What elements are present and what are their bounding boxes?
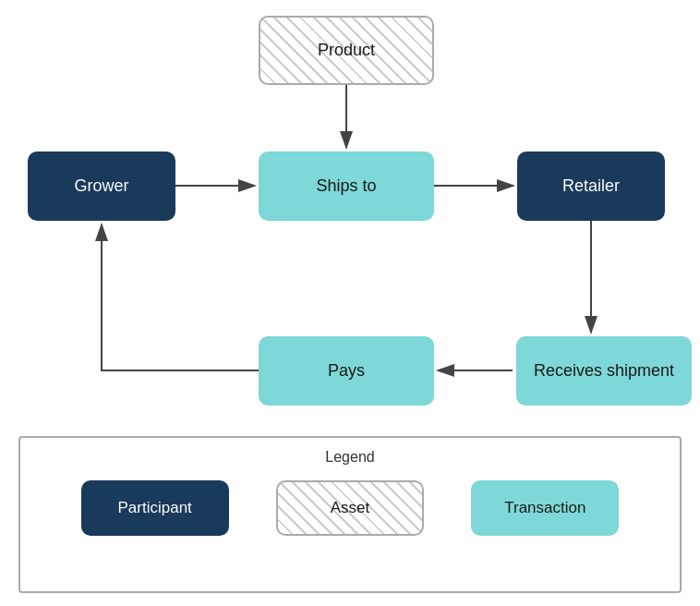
legend-participant-label: Participant bbox=[117, 499, 191, 517]
grower-label: Grower bbox=[74, 176, 128, 196]
ships-to-label: Ships to bbox=[316, 176, 376, 196]
ships-to-node: Ships to bbox=[259, 152, 434, 221]
legend: Legend Participant Asset Transaction bbox=[18, 436, 682, 593]
legend-transaction-label: Transaction bbox=[504, 499, 585, 517]
retailer-label: Retailer bbox=[562, 176, 620, 196]
retailer-node: Retailer bbox=[517, 152, 665, 221]
legend-items: Participant Asset Transaction bbox=[20, 480, 680, 536]
diagram-area: Product Ships to Grower Retailer Receive… bbox=[0, 0, 700, 425]
legend-transaction: Transaction bbox=[471, 480, 619, 536]
receives-shipment-node: Receives shipment bbox=[516, 336, 692, 406]
legend-asset: Asset bbox=[276, 480, 424, 536]
pays-node: Pays bbox=[259, 336, 434, 406]
product-label: Product bbox=[318, 41, 375, 60]
pays-label: Pays bbox=[328, 361, 365, 381]
legend-participant: Participant bbox=[81, 480, 229, 536]
receives-shipment-label: Receives shipment bbox=[534, 361, 674, 381]
legend-title: Legend bbox=[325, 449, 374, 466]
arrow-pays-to-grower bbox=[102, 224, 259, 370]
legend-asset-label: Asset bbox=[331, 499, 370, 517]
product-node: Product bbox=[259, 16, 434, 85]
grower-node: Grower bbox=[28, 152, 175, 221]
